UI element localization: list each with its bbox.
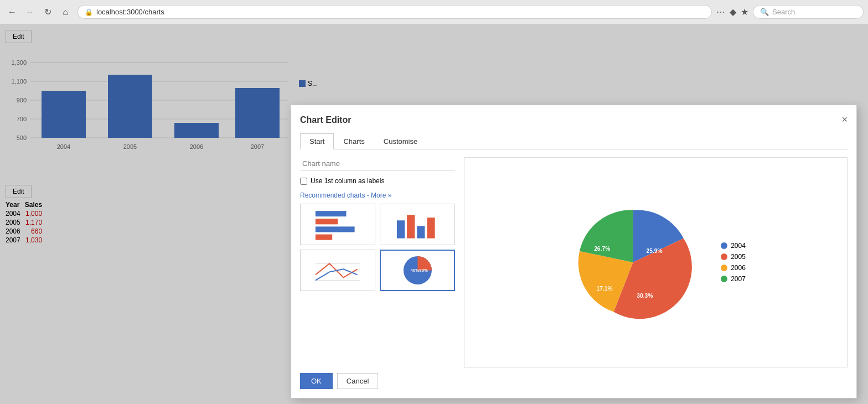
chart-thumb-vbar[interactable] <box>380 204 455 245</box>
legend-item-2006: 2006 <box>721 264 746 272</box>
pie-label-2004: 25.9% <box>647 248 663 254</box>
browser-chrome: ← → ↻ ⌂ 🔒 localhost:3000/charts ⋯ ◆ ★ 🔍 … <box>0 0 868 24</box>
svg-text:40%: 40% <box>410 268 419 273</box>
page-content: Edit 1,300 1,100 900 700 500 2 <box>0 24 868 404</box>
more-link[interactable]: - More » <box>367 191 392 199</box>
svg-rect-7 <box>316 226 355 232</box>
legend-dot-2007 <box>721 276 727 282</box>
address-bar[interactable]: 🔒 localhost:3000/charts <box>78 5 712 19</box>
chart-preview-panel: 25.9% 30.3% 17.1% 26.7% 2004 2005 <box>464 157 848 367</box>
browser-actions: ⋯ ◆ ★ <box>716 7 748 17</box>
modal-title: Chart Editor <box>300 115 351 125</box>
chart-thumbnails: 40% 80% <box>300 204 455 291</box>
pie-preview: 25.9% 30.3% 17.1% 26.7% 2004 2005 <box>464 158 847 367</box>
svg-rect-12 <box>427 217 435 238</box>
chart-name-input[interactable] <box>300 157 455 170</box>
modal-header: Chart Editor × <box>300 114 848 126</box>
legend-label-2004: 2004 <box>731 242 746 250</box>
recommended-text: Recommended charts <box>300 191 365 199</box>
legend-label-2007: 2007 <box>731 275 746 283</box>
cancel-button[interactable]: Cancel <box>337 373 378 389</box>
modal-body: Use 1st column as labels Recommended cha… <box>300 157 848 367</box>
legend-item-2007: 2007 <box>721 275 746 283</box>
legend-label-2005: 2005 <box>731 253 746 261</box>
legend-item-2004: 2004 <box>721 242 746 250</box>
tab-bar: Start Charts Customise <box>300 133 848 149</box>
search-icon: 🔍 <box>760 8 769 16</box>
tab-charts[interactable]: Charts <box>334 133 374 149</box>
star-icon[interactable]: ★ <box>741 7 748 17</box>
chart-thumb-line[interactable] <box>300 250 375 291</box>
recommended-label: Recommended charts - More » <box>300 191 455 199</box>
svg-rect-5 <box>316 211 347 216</box>
menu-dots-icon[interactable]: ⋯ <box>716 7 725 17</box>
svg-rect-8 <box>316 234 332 240</box>
home-button[interactable]: ⌂ <box>58 4 73 20</box>
legend-dot-2006 <box>721 265 727 271</box>
svg-text:80%: 80% <box>419 268 428 273</box>
chart-thumb-pie[interactable]: 40% 80% <box>380 250 455 291</box>
modal-left-panel: Use 1st column as labels Recommended cha… <box>300 157 455 367</box>
legend-dot-2005 <box>721 253 727 260</box>
pie-label-2006: 17.1% <box>597 286 613 292</box>
modal-footer: OK Cancel <box>300 373 378 389</box>
search-box[interactable]: 🔍 Search <box>753 5 864 19</box>
chart-thumb-hbar[interactable] <box>300 204 375 245</box>
svg-rect-9 <box>397 220 405 238</box>
refresh-button[interactable]: ↻ <box>40 4 55 20</box>
pie-thumb-svg: 40% 80% <box>385 253 451 288</box>
preview-pie-chart: 25.9% 30.3% 17.1% 26.7% <box>566 196 710 329</box>
nav-buttons: ← → ↻ ⌂ <box>4 4 73 20</box>
legend-item-2005: 2005 <box>721 253 746 261</box>
tab-customise[interactable]: Customise <box>374 133 427 149</box>
svg-rect-10 <box>407 215 415 238</box>
pie-label-2005: 30.3% <box>637 293 653 299</box>
modal-close-button[interactable]: × <box>841 114 848 126</box>
legend-dot-2004 <box>721 242 727 249</box>
ok-button[interactable]: OK <box>300 373 333 389</box>
checkbox-row: Use 1st column as labels <box>300 177 455 185</box>
lock-icon: 🔒 <box>85 8 93 16</box>
vbar-thumb-svg <box>384 206 451 243</box>
use-first-column-checkbox[interactable] <box>300 178 307 185</box>
checkbox-label: Use 1st column as labels <box>311 177 384 185</box>
url-text: localhost:3000/charts <box>96 8 164 16</box>
forward-button[interactable]: → <box>22 4 38 20</box>
search-placeholder: Search <box>772 8 795 16</box>
line-thumb-svg <box>304 252 371 289</box>
svg-rect-6 <box>316 219 338 224</box>
pie-label-2007: 26.7% <box>594 246 610 252</box>
pie-legend: 2004 2005 2006 2007 <box>721 242 746 283</box>
legend-label-2006: 2006 <box>731 264 746 272</box>
chart-editor-modal: Chart Editor × Start Charts Customise Us… <box>291 105 857 398</box>
svg-rect-11 <box>417 226 425 238</box>
tab-start[interactable]: Start <box>300 133 334 149</box>
back-button[interactable]: ← <box>4 4 20 20</box>
hbar-thumb-svg <box>304 206 371 243</box>
shield-icon[interactable]: ◆ <box>730 7 736 17</box>
